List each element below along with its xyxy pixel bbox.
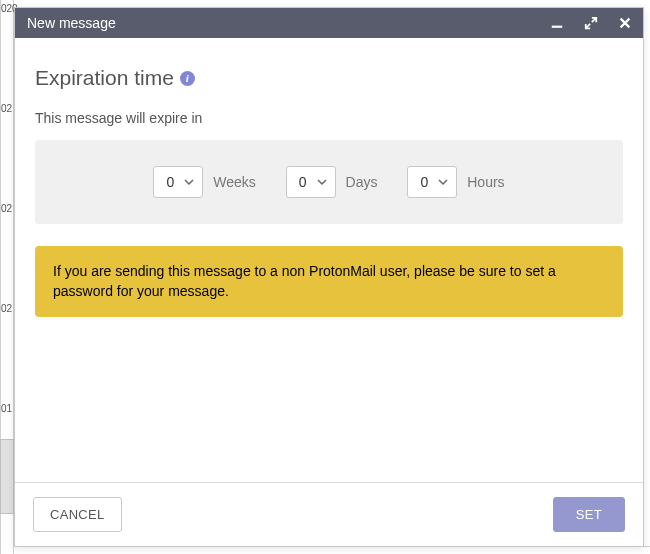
modal-content: Expiration timei This message will expir… xyxy=(15,38,643,482)
hours-select[interactable]: 0 xyxy=(407,166,457,198)
days-label: Days xyxy=(346,174,378,190)
chevron-down-icon xyxy=(438,177,448,187)
panel-subtitle: This message will expire in xyxy=(35,110,623,126)
modal-footer: CANCEL SET xyxy=(15,482,643,546)
weeks-label: Weeks xyxy=(213,174,256,190)
modal-title: New message xyxy=(27,15,549,31)
cancel-button[interactable]: CANCEL xyxy=(33,497,122,532)
expand-icon[interactable] xyxy=(583,15,599,31)
chevron-down-icon xyxy=(317,177,327,187)
hours-label: Hours xyxy=(467,174,504,190)
info-icon[interactable]: i xyxy=(180,71,195,86)
days-select[interactable]: 0 xyxy=(286,166,336,198)
chevron-down-icon xyxy=(184,177,194,187)
modal-titlebar: New message xyxy=(15,8,643,38)
expiration-picker: 0 Weeks 0 Days 0 Hours xyxy=(35,140,623,224)
new-message-modal: New message Expiration timei This messag… xyxy=(14,7,644,547)
background-block xyxy=(0,439,14,514)
minimize-icon[interactable] xyxy=(549,15,565,31)
warning-message: If you are sending this message to a non… xyxy=(35,246,623,317)
close-icon[interactable] xyxy=(617,15,633,31)
svg-rect-0 xyxy=(552,26,563,28)
panel-heading: Expiration timei xyxy=(35,66,623,90)
weeks-select[interactable]: 0 xyxy=(153,166,203,198)
set-button[interactable]: SET xyxy=(553,497,625,532)
